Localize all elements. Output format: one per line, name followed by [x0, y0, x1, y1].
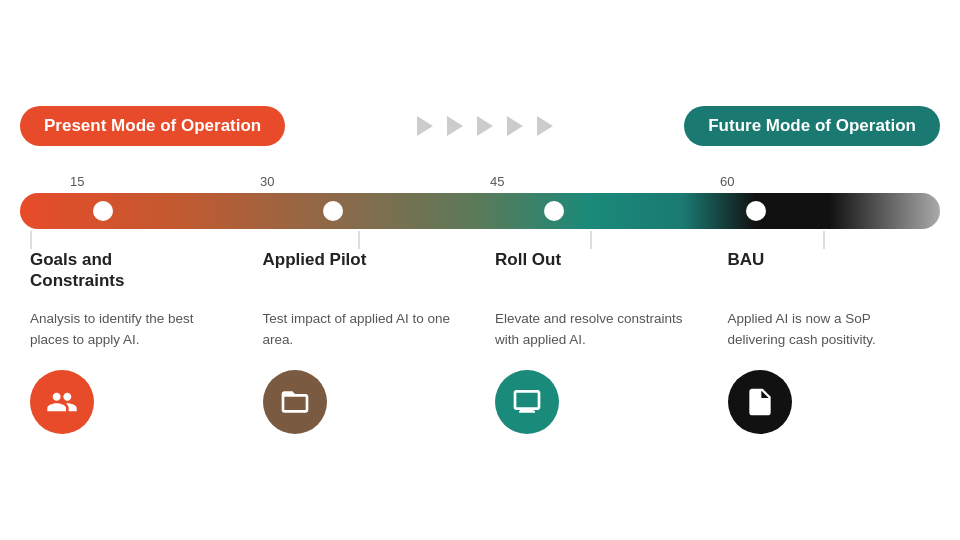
col-bau-title: BAU: [728, 249, 931, 293]
icon-pilot: [263, 370, 327, 434]
icon-rollout: [495, 370, 559, 434]
col-rollout-desc: Elevate and resolve constraints with app…: [495, 309, 698, 351]
icon-bau: [728, 370, 792, 434]
people-icon: [46, 386, 78, 418]
col-pilot-title: Applied Pilot: [263, 249, 466, 293]
timeline-wrapper: 15 30 45 60: [20, 174, 940, 229]
col-pilot-desc: Test impact of applied AI to one area.: [263, 309, 466, 351]
header-row: Present Mode of Operation Future Mode of…: [20, 106, 940, 146]
timeline-bar: [20, 193, 940, 229]
monitor-icon: [511, 386, 543, 418]
col-goals-title: Goals andConstraints: [30, 249, 233, 293]
col-rollout: Roll Out Elevate and resolve constraints…: [475, 249, 708, 435]
columns: Goals andConstraints Analysis to identif…: [20, 249, 940, 435]
arrow-2: [447, 116, 463, 136]
future-badge: Future Mode of Operation: [684, 106, 940, 146]
icon-goals: [30, 370, 94, 434]
dot-45: [544, 201, 564, 221]
document-icon: [744, 386, 776, 418]
arrows-group: [417, 116, 553, 136]
arrow-5: [537, 116, 553, 136]
tick-row: 15 30 45 60: [20, 174, 940, 189]
arrow-1: [417, 116, 433, 136]
tick-60: 60: [710, 174, 940, 189]
col-rollout-title: Roll Out: [495, 249, 698, 293]
tick-30: 30: [250, 174, 480, 189]
dot-30: [323, 201, 343, 221]
col-bau: BAU Applied AI is now a SoP delivering c…: [708, 249, 941, 435]
tick-15: 15: [20, 174, 250, 189]
col-goals-desc: Analysis to identify the best places to …: [30, 309, 233, 351]
col-pilot: Applied Pilot Test impact of applied AI …: [243, 249, 476, 435]
folder-icon: [279, 386, 311, 418]
dot-60: [746, 201, 766, 221]
col-bau-desc: Applied AI is now a SoP delivering cash …: [728, 309, 931, 351]
arrow-3: [477, 116, 493, 136]
main-container: Present Mode of Operation Future Mode of…: [20, 106, 940, 435]
present-badge: Present Mode of Operation: [20, 106, 285, 146]
timeline-bar-container: [20, 193, 940, 229]
arrow-4: [507, 116, 523, 136]
dot-15: [93, 201, 113, 221]
tick-45: 45: [480, 174, 710, 189]
col-goals: Goals andConstraints Analysis to identif…: [20, 249, 243, 435]
